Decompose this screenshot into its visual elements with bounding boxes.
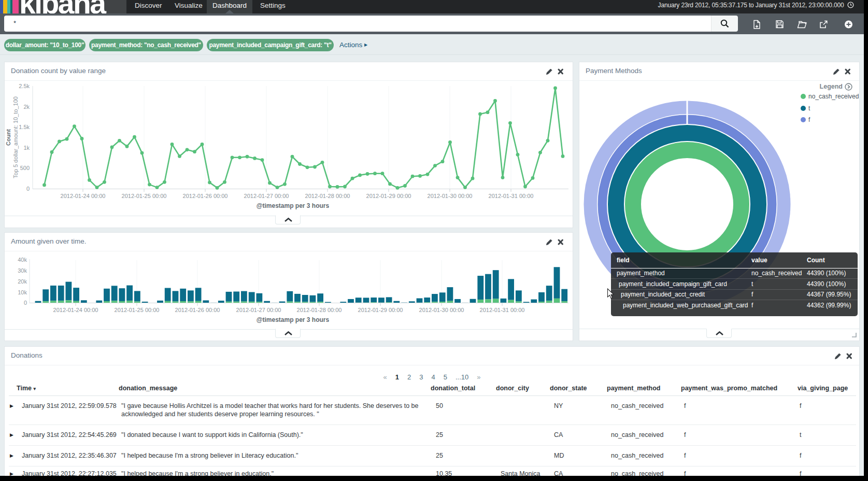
svg-text:@timestamp per 3 hours: @timestamp per 3 hours [257, 316, 330, 323]
svg-text:2012-01-24 00:00: 2012-01-24 00:00 [61, 193, 106, 199]
svg-text:0: 0 [24, 300, 27, 306]
svg-text:Top 5 dollar_amount: 10_to_100: Top 5 dollar_amount: 10_to_100 [12, 96, 19, 178]
svg-text:2012-01-29 00:00: 2012-01-29 00:00 [366, 193, 411, 199]
svg-text:2012-01-26 00:00: 2012-01-26 00:00 [175, 307, 220, 313]
svg-text:2012-01-30 00:00: 2012-01-30 00:00 [419, 307, 464, 313]
svg-text:500: 500 [20, 165, 30, 171]
svg-text:2012-01-31 00:00: 2012-01-31 00:00 [489, 193, 534, 199]
svg-text:2012-01-24 00:00: 2012-01-24 00:00 [53, 307, 98, 313]
svg-text:30k: 30k [18, 267, 27, 274]
svg-text:40k: 40k [18, 257, 27, 263]
svg-text:2012-01-27 00:00: 2012-01-27 00:00 [236, 307, 281, 313]
svg-text:2012-01-26 00:00: 2012-01-26 00:00 [183, 193, 228, 199]
svg-text:2012-01-25 00:00: 2012-01-25 00:00 [122, 193, 167, 199]
svg-text:2012-01-25 00:00: 2012-01-25 00:00 [115, 307, 160, 313]
svg-text:0: 0 [26, 186, 30, 192]
svg-text:1.5k: 1.5k [19, 124, 30, 130]
svg-text:10k: 10k [18, 289, 27, 295]
svg-text:@timestamp per 3 hours: @timestamp per 3 hours [257, 202, 330, 209]
svg-text:2012-01-30 00:00: 2012-01-30 00:00 [428, 193, 473, 199]
svg-text:2.5k: 2.5k [19, 83, 30, 89]
svg-text:1k: 1k [23, 145, 30, 151]
svg-text:2012-01-27 00:00: 2012-01-27 00:00 [244, 193, 289, 199]
svg-text:Count: Count [5, 129, 11, 146]
svg-text:2k: 2k [23, 104, 30, 110]
svg-text:20k: 20k [18, 278, 27, 285]
svg-text:2012-01-28 00:00: 2012-01-28 00:00 [297, 307, 342, 313]
svg-text:2012-01-29 00:00: 2012-01-29 00:00 [358, 307, 403, 313]
svg-text:2012-01-31 00:00: 2012-01-31 00:00 [480, 307, 525, 313]
svg-text:2012-01-28 00:00: 2012-01-28 00:00 [305, 193, 350, 199]
